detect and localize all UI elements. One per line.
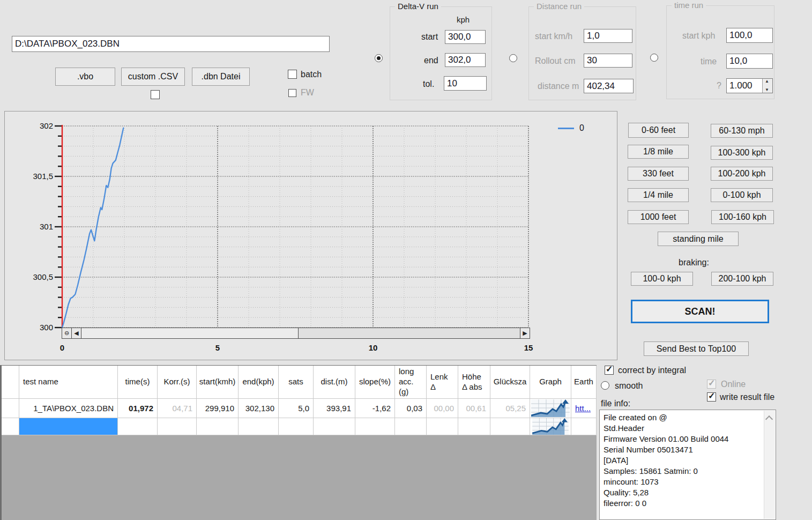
file-info-box[interactable]: File created on @ Std.Header Firmware Ve…	[599, 410, 776, 520]
distance-start-input[interactable]	[584, 29, 632, 43]
table-row[interactable]: 1_TA\PBOX_023.DBN 01,972 04,71 299,910 3…	[2, 399, 597, 418]
col-korr[interactable]: Korr.(s)	[158, 366, 197, 399]
cell-end-kph[interactable]: 302,130	[239, 399, 279, 418]
col-slope[interactable]: slope(%)	[355, 366, 395, 399]
cell-sats[interactable]: 5,0	[279, 399, 314, 418]
braking-100-0-kph-button[interactable]: 100-0 kph	[631, 272, 693, 286]
chart-panel: 300300,5301301,5302051015 0 ⊖ ◀ ▶	[4, 111, 617, 360]
correct-by-integral-label: correct by integral	[618, 366, 686, 375]
col-test-name[interactable]: test name	[19, 366, 118, 399]
svg-text:15: 15	[524, 343, 533, 352]
rollout-cm-label: Rollout cm	[535, 56, 576, 66]
file-info-text: File created on @ Std.Header Firmware Ve…	[604, 412, 761, 509]
run-330-feet-button[interactable]: 330 feet	[628, 167, 689, 181]
cell-test-name[interactable]: 1_TA\PBOX_023.DBN	[19, 399, 118, 418]
distance-run-radio[interactable]	[509, 54, 517, 62]
write-result-file-checkbox[interactable]	[707, 392, 716, 402]
delta-v-end-input[interactable]	[445, 53, 486, 67]
online-label: Online	[721, 380, 746, 389]
time-run-radio[interactable]	[650, 54, 658, 62]
cell-lenk-delta[interactable]: 00,00	[427, 399, 458, 418]
braking-200-100-kph-button[interactable]: 200-100 kph	[711, 272, 773, 286]
cell-korr[interactable]: 04,71	[158, 399, 197, 418]
zoom-out-icon[interactable]: ⊖	[62, 328, 72, 338]
svg-text:301,5: 301,5	[33, 172, 53, 181]
col-dist[interactable]: dist.(m)	[314, 366, 355, 399]
time-run-start-input[interactable]	[726, 28, 773, 43]
run-60-130-mph-button[interactable]: 60-130 mph	[711, 124, 773, 138]
table-row-empty[interactable]	[2, 418, 597, 435]
spinner-up-icon[interactable]: ▲	[765, 79, 769, 84]
cell-long-acc[interactable]: 0,03	[395, 399, 427, 418]
graph-thumbnail-icon[interactable]	[531, 399, 570, 417]
scan-button[interactable]: SCAN!	[631, 300, 769, 323]
batch-checkbox[interactable]	[288, 70, 297, 79]
svg-text:10: 10	[369, 343, 378, 352]
run-eighth-mile-button[interactable]: 1/8 mile	[628, 145, 689, 159]
spinner-buttons[interactable]: ▲ ▼	[762, 79, 772, 93]
scrollbar-track[interactable]	[299, 328, 520, 338]
col-end-kph[interactable]: end(kph)	[239, 366, 279, 399]
csv-option-checkbox[interactable]	[151, 90, 160, 99]
svg-text:301: 301	[40, 222, 53, 231]
delta-v-run-radio[interactable]	[375, 54, 383, 62]
file-info-label: file info:	[601, 399, 630, 408]
cell-graph[interactable]	[530, 418, 571, 435]
rollout-input[interactable]	[584, 54, 632, 68]
cell-start-kmh[interactable]: 299,910	[197, 399, 239, 418]
selected-cell[interactable]	[19, 418, 118, 435]
run-0-100-kph-button[interactable]: 0-100 kph	[711, 188, 773, 202]
time-run-time-input[interactable]	[726, 54, 773, 69]
standing-mile-button[interactable]: standing mile	[658, 232, 739, 246]
col-lenk-delta[interactable]: Lenk Δ	[427, 366, 458, 399]
col-sats[interactable]: sats	[279, 366, 314, 399]
smooth-radio[interactable]	[601, 381, 609, 390]
svg-text:300: 300	[40, 323, 53, 332]
col-graph[interactable]: Graph	[530, 366, 571, 399]
cell-earth[interactable]: htt...	[571, 399, 597, 418]
run-1000-feet-button[interactable]: 1000 feet	[628, 210, 689, 224]
speed-chart: 300300,5301301,5302051015	[5, 112, 617, 360]
col-start-kmh[interactable]: start(kmh)	[197, 366, 239, 399]
cell-glueckszahl[interactable]: 05,25	[490, 399, 530, 418]
run-100-300-kph-button[interactable]: 100-300 kph	[711, 146, 773, 160]
run-100-200-kph-button[interactable]: 100-200 kph	[711, 167, 773, 181]
quality-spinner[interactable]: 1.000 ▲ ▼	[726, 78, 773, 93]
chart-horizontal-scrollbar[interactable]: ⊖ ◀ ▶	[62, 328, 530, 339]
custom-csv-button[interactable]: custom .CSV	[121, 68, 185, 86]
legend-series-label: 0	[579, 123, 584, 133]
time-label: time	[701, 57, 717, 66]
scrollbar-thumb[interactable]	[81, 328, 299, 338]
distance-input[interactable]	[584, 79, 634, 93]
col-glueckszahl[interactable]: Glücksza	[490, 366, 530, 399]
file-info-scrollbar[interactable]	[764, 411, 775, 519]
cell-hoehe-delta[interactable]: 00,61	[458, 399, 490, 418]
start-kmh-label: start km/h	[535, 32, 572, 41]
col-hoehe-delta[interactable]: Höhe Δ abs	[458, 366, 490, 399]
delta-v-tol-input[interactable]	[444, 76, 487, 91]
scroll-left-icon[interactable]: ◀	[72, 328, 81, 338]
run-100-160-kph-button[interactable]: 100-160 kph	[711, 210, 774, 224]
col-long-acc[interactable]: long acc.(g)	[395, 366, 427, 399]
send-best-to-top100-button[interactable]: Send Best to Top100	[644, 341, 749, 356]
scroll-right-icon[interactable]: ▶	[520, 328, 530, 338]
scroll-up-icon[interactable]	[766, 415, 772, 420]
graph-thumbnail-icon[interactable]	[531, 418, 570, 435]
fw-checkbox[interactable]	[288, 89, 296, 97]
delta-v-start-input[interactable]	[445, 30, 486, 44]
vbo-button[interactable]: .vbo	[55, 68, 115, 86]
correct-by-integral-checkbox[interactable]	[605, 366, 614, 375]
cell-slope[interactable]: -1,62	[355, 399, 395, 418]
cell-graph[interactable]	[530, 399, 571, 418]
braking-label: braking:	[679, 258, 709, 268]
run-quarter-mile-button[interactable]: 1/4 mile	[628, 188, 689, 202]
dbn-datei-button[interactable]: .dbn Datei	[192, 68, 250, 86]
col-time[interactable]: time(s)	[118, 366, 158, 399]
cell-time[interactable]: 01,972	[118, 399, 158, 418]
col-earth[interactable]: Earth	[571, 366, 597, 399]
spinner-down-icon[interactable]: ▼	[765, 87, 769, 92]
cell-dist[interactable]: 393,91	[314, 399, 355, 418]
file-path-input[interactable]	[12, 36, 330, 52]
earth-link[interactable]: htt...	[575, 404, 591, 413]
run-0-60-feet-button[interactable]: 0-60 feet	[628, 123, 689, 138]
